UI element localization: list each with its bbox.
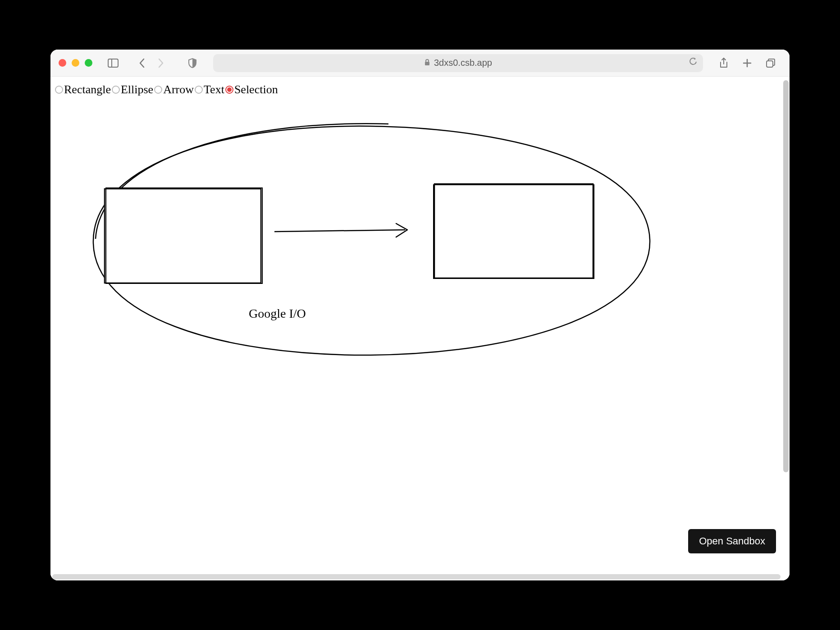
radio-icon — [55, 86, 63, 94]
window-controls — [59, 59, 92, 67]
tool-label: Arrow — [163, 83, 194, 96]
radio-icon — [112, 86, 120, 94]
close-window-button[interactable] — [59, 59, 66, 67]
new-tab-icon[interactable] — [740, 56, 754, 70]
back-button[interactable] — [135, 56, 149, 70]
rectangle-shape[interactable] — [104, 187, 264, 285]
drawing-canvas[interactable]: Google I/O — [50, 104, 790, 580]
tool-label: Text — [204, 83, 224, 96]
radio-icon — [195, 86, 203, 94]
svg-rect-0 — [108, 59, 118, 67]
tool-arrow[interactable]: Arrow — [154, 83, 194, 96]
tool-text[interactable]: Text — [195, 83, 224, 96]
vertical-scrollbar[interactable] — [783, 80, 789, 472]
radio-icon — [154, 86, 162, 94]
text-shape[interactable]: Google I/O — [249, 306, 306, 321]
page-content: Rectangle Ellipse Arrow Text Selection — [50, 77, 790, 580]
maximize-window-button[interactable] — [85, 59, 92, 67]
horizontal-scrollbar[interactable] — [52, 574, 781, 580]
svg-rect-2 — [425, 62, 429, 65]
svg-line-10 — [274, 230, 405, 232]
reload-icon[interactable] — [689, 57, 698, 68]
svg-rect-8 — [434, 184, 593, 278]
tool-selection[interactable]: Selection — [225, 83, 278, 96]
svg-rect-5 — [767, 61, 773, 67]
open-sandbox-button[interactable]: Open Sandbox — [688, 529, 776, 553]
tool-ellipse[interactable]: Ellipse — [112, 83, 153, 96]
tool-label: Rectangle — [64, 83, 111, 96]
url-text: 3dxs0.csb.app — [434, 58, 492, 68]
svg-rect-6 — [105, 189, 261, 283]
lock-icon — [424, 59, 430, 68]
share-icon[interactable] — [717, 56, 731, 70]
forward-button[interactable] — [154, 56, 168, 70]
tool-label: Ellipse — [121, 83, 153, 96]
browser-titlebar: 3dxs0.csb.app — [50, 50, 790, 77]
radio-icon — [225, 86, 233, 94]
rectangle-shape[interactable] — [433, 182, 596, 280]
minimize-window-button[interactable] — [72, 59, 79, 67]
tool-selector: Rectangle Ellipse Arrow Text Selection — [50, 77, 790, 103]
browser-window: 3dxs0.csb.app — [50, 50, 790, 580]
tool-label: Selection — [234, 83, 278, 96]
tool-rectangle[interactable]: Rectangle — [55, 83, 111, 96]
tabs-overview-icon[interactable] — [763, 56, 778, 70]
address-bar[interactable]: 3dxs0.csb.app — [213, 54, 703, 72]
privacy-shield-icon[interactable] — [185, 56, 200, 70]
arrow-shape[interactable] — [272, 222, 416, 240]
sidebar-toggle-icon[interactable] — [106, 56, 120, 70]
